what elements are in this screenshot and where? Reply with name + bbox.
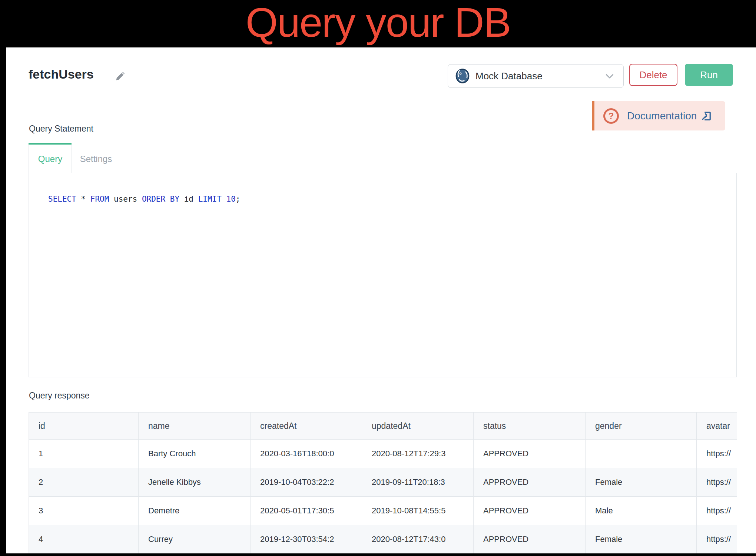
table-cell: APPROVED xyxy=(474,440,586,468)
run-button[interactable]: Run xyxy=(685,64,733,86)
external-link-icon xyxy=(700,110,712,122)
documentation-link[interactable]: ? Documentation xyxy=(592,101,725,130)
sql-token: id xyxy=(179,195,198,203)
query-statement-label: Query Statement xyxy=(29,124,93,134)
table-cell: 2020-08-12T17:29:3 xyxy=(362,440,474,468)
delete-button[interactable]: Delete xyxy=(629,64,677,86)
query-result-table: idnamecreatedAtupdatedAtstatusgenderavat… xyxy=(29,412,737,553)
table-cell: Jenelle Kibbys xyxy=(139,468,251,497)
svg-text:?: ? xyxy=(609,111,614,121)
table-row: 3Demetre2020-05-01T17:30:52019-10-08T14:… xyxy=(29,497,737,525)
table-cell: Currey xyxy=(139,525,251,554)
help-icon: ? xyxy=(603,107,620,125)
sql-token: SELECT xyxy=(48,195,76,203)
table-cell: Male xyxy=(586,497,697,525)
table-cell: 1 xyxy=(29,440,139,468)
column-header: gender xyxy=(586,413,697,440)
postgresql-icon xyxy=(455,68,470,84)
sql-token: * xyxy=(76,195,90,203)
column-header: name xyxy=(139,413,251,440)
table-cell: 2 xyxy=(29,468,139,497)
column-header: createdAt xyxy=(251,413,362,440)
table-cell: Female xyxy=(586,468,697,497)
table-cell: APPROVED xyxy=(474,525,586,554)
table-cell: https:// xyxy=(697,440,737,468)
sql-token: 10 xyxy=(226,195,236,203)
table-cell: Demetre xyxy=(139,497,251,525)
sql-token: ; xyxy=(236,195,241,203)
chevron-down-icon xyxy=(604,70,615,82)
table-cell: https:// xyxy=(697,497,737,525)
table-cell: 2020-05-01T17:30:5 xyxy=(251,497,362,525)
table-row: 1Barty Crouch2020-03-16T18:00:02020-08-1… xyxy=(29,440,737,468)
table-body: 1Barty Crouch2020-03-16T18:00:02020-08-1… xyxy=(29,440,737,554)
table-cell: APPROVED xyxy=(474,497,586,525)
tab-query[interactable]: Query xyxy=(29,145,72,173)
callout-box: ? Documentation xyxy=(594,101,725,130)
table-cell: Female xyxy=(586,525,697,554)
table-cell: Barty Crouch xyxy=(139,440,251,468)
query-response-label: Query response xyxy=(29,391,90,401)
documentation-label: Documentation xyxy=(627,110,697,122)
table-row: 2Jenelle Kibbys2019-10-04T03:22:22019-09… xyxy=(29,468,737,497)
table-cell: 2020-03-16T18:00:0 xyxy=(251,440,362,468)
table-cell: 3 xyxy=(29,497,139,525)
table-cell: 2019-09-11T20:18:3 xyxy=(362,468,474,497)
resource-select[interactable]: Mock Database xyxy=(448,64,624,88)
column-header: status xyxy=(474,413,586,440)
column-header: avatar xyxy=(697,413,737,440)
table-row: 4Currey2019-12-30T03:54:22020-08-12T17:4… xyxy=(29,525,737,554)
table-cell: 2020-08-12T17:43:0 xyxy=(362,525,474,554)
page-title: Query your DB xyxy=(0,0,756,45)
table-header: idnamecreatedAtupdatedAtstatusgenderavat… xyxy=(29,413,737,440)
table-cell: 2019-10-04T03:22:2 xyxy=(251,468,362,497)
sql-token: LIMIT xyxy=(198,195,222,203)
table-cell: https:// xyxy=(697,525,737,554)
sql-token: ORDER BY xyxy=(142,195,179,203)
table-cell: 2019-10-08T14:55:5 xyxy=(362,497,474,525)
tab-settings[interactable]: Settings xyxy=(72,145,120,173)
sql-editor[interactable]: SELECT * FROM users ORDER BY id LIMIT 10… xyxy=(29,173,737,377)
column-header: id xyxy=(29,413,139,440)
resource-select-value: Mock Database xyxy=(475,70,604,82)
app-panel: fetchUsers Mock Database Delete Run ? Do… xyxy=(6,47,756,553)
sql-token xyxy=(222,195,226,203)
table-cell xyxy=(586,440,697,468)
edit-pencil-icon[interactable] xyxy=(115,70,126,82)
table-cell: 4 xyxy=(29,525,139,554)
query-name: fetchUsers xyxy=(29,67,94,82)
table-cell: 2019-12-30T03:54:2 xyxy=(251,525,362,554)
table-cell: APPROVED xyxy=(474,468,586,497)
column-header: updatedAt xyxy=(362,413,474,440)
sql-token: users xyxy=(109,195,142,203)
sql-line: SELECT * FROM users ORDER BY id LIMIT 10… xyxy=(48,193,240,205)
top-banner: Query your DB xyxy=(0,0,756,47)
table-cell: https:// xyxy=(697,468,737,497)
sql-token: FROM xyxy=(90,195,109,203)
